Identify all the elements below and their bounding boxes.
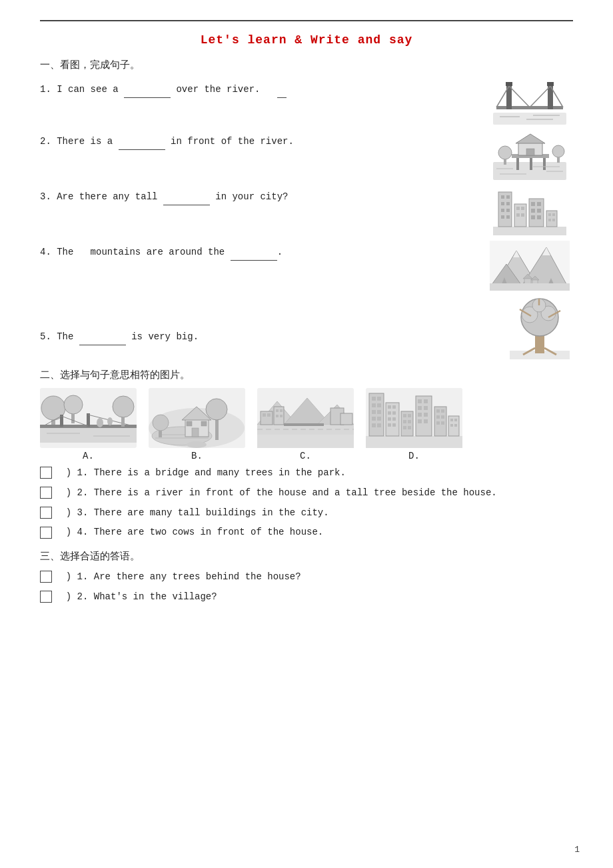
svg-rect-143 <box>377 417 381 421</box>
svg-rect-33 <box>501 202 504 205</box>
answer-box-s3-1[interactable] <box>40 571 52 583</box>
svg-point-114 <box>187 441 207 448</box>
svg-marker-19 <box>516 134 545 143</box>
svg-point-27 <box>552 145 564 157</box>
svg-rect-28 <box>557 157 560 163</box>
svg-rect-176 <box>436 421 440 425</box>
svg-line-7 <box>530 86 550 107</box>
svg-point-97 <box>107 417 113 425</box>
section2-choice-4: ) 4. There are two cows in front of the … <box>40 525 573 541</box>
svg-rect-175 <box>441 415 444 419</box>
svg-rect-127 <box>267 413 271 417</box>
answer-box-1[interactable] <box>40 467 52 479</box>
q4-image <box>486 241 573 291</box>
svg-rect-163 <box>418 399 422 403</box>
answer-box-s3-2[interactable] <box>40 591 52 603</box>
svg-rect-68 <box>490 283 570 291</box>
q1-blank[interactable] <box>124 87 171 98</box>
svg-rect-49 <box>531 215 535 219</box>
svg-rect-125 <box>340 413 352 425</box>
svg-rect-178 <box>448 416 459 436</box>
q3-image <box>486 185 573 235</box>
svg-rect-14 <box>516 157 519 170</box>
image-a-label: A. <box>83 451 94 461</box>
svg-rect-180 <box>454 419 457 421</box>
image-a-item: A. <box>40 388 137 461</box>
svg-rect-173 <box>441 409 444 413</box>
q2-blank[interactable] <box>119 139 165 150</box>
question-3-left: 3. Are there any tall in your city? <box>40 185 486 205</box>
q5-text: 5. The is very big. <box>40 331 199 342</box>
question-2-row: 2. There is a in front of the river. <box>40 130 573 180</box>
svg-rect-34 <box>506 202 510 205</box>
image-a <box>40 388 137 448</box>
svg-rect-42 <box>516 213 520 217</box>
svg-rect-152 <box>392 417 396 421</box>
svg-rect-160 <box>403 426 406 429</box>
question-4-left: 4. The mountains are around the . <box>40 241 486 261</box>
pavilion-illustration <box>493 130 566 180</box>
svg-rect-134 <box>366 436 462 448</box>
section1: 一、看图，完成句子。 1. I can see a over the river… <box>40 59 573 359</box>
svg-rect-15 <box>530 157 532 170</box>
image-b-item: B. <box>149 388 245 461</box>
svg-point-85 <box>64 395 83 414</box>
q5-blank[interactable] <box>79 335 126 345</box>
svg-rect-137 <box>377 397 381 401</box>
svg-line-5 <box>509 86 530 107</box>
svg-rect-150 <box>392 411 396 415</box>
svg-rect-177 <box>441 421 444 425</box>
q3-text: 3. Are there any tall in your city? <box>40 191 288 202</box>
svg-rect-174 <box>436 415 440 419</box>
svg-rect-141 <box>377 410 381 414</box>
svg-point-98 <box>113 396 134 417</box>
image-c <box>257 388 354 448</box>
svg-point-111 <box>206 399 227 420</box>
svg-rect-149 <box>388 411 391 415</box>
svg-rect-31 <box>501 195 504 199</box>
svg-rect-9 <box>547 82 554 86</box>
answer-box-4[interactable] <box>40 527 52 539</box>
svg-rect-86 <box>71 414 75 423</box>
svg-rect-157 <box>408 414 411 417</box>
image-b-label: B. <box>191 451 203 461</box>
svg-rect-155 <box>401 411 413 436</box>
svg-rect-154 <box>392 423 396 427</box>
q4-text: 4. The mountains are around the . <box>40 247 283 257</box>
image-d-label: D. <box>408 451 420 461</box>
image-b <box>149 388 245 448</box>
svg-rect-51 <box>546 211 557 227</box>
svg-rect-131 <box>280 415 283 417</box>
q2-image <box>486 130 573 180</box>
svg-rect-50 <box>537 215 541 219</box>
answer-box-3[interactable] <box>40 507 52 519</box>
section3-choice-1: ) 1. Are there any trees behind the hous… <box>40 569 573 585</box>
section2-choice-2: ) 2. There is a river in front of the ho… <box>40 485 573 501</box>
svg-rect-93 <box>40 428 137 443</box>
mountains-illustration <box>490 241 570 291</box>
svg-rect-181 <box>450 424 453 427</box>
svg-rect-168 <box>424 413 428 417</box>
svg-rect-128 <box>276 409 279 412</box>
svg-rect-54 <box>548 219 551 221</box>
svg-rect-156 <box>403 414 406 417</box>
svg-rect-136 <box>372 397 376 401</box>
svg-rect-70 <box>535 335 544 353</box>
q2-text: 2. There is a in front of the river. <box>40 136 294 147</box>
section2-choice-1: ) 1. There is a bridge and many trees in… <box>40 465 573 481</box>
svg-rect-53 <box>552 213 555 216</box>
page-title: Let's learn & Write and say <box>40 33 573 47</box>
buildings-illustration <box>493 185 566 235</box>
answer-box-2[interactable] <box>40 487 52 499</box>
svg-rect-158 <box>403 420 406 423</box>
svg-rect-169 <box>418 419 422 423</box>
q4-blank[interactable] <box>231 250 277 261</box>
svg-rect-55 <box>552 219 555 221</box>
svg-point-96 <box>97 418 103 427</box>
q3-blank[interactable] <box>163 195 210 205</box>
svg-rect-32 <box>506 195 510 199</box>
svg-rect-37 <box>501 215 504 219</box>
svg-rect-47 <box>531 209 535 213</box>
svg-rect-38 <box>506 215 510 219</box>
svg-rect-164 <box>424 399 428 403</box>
